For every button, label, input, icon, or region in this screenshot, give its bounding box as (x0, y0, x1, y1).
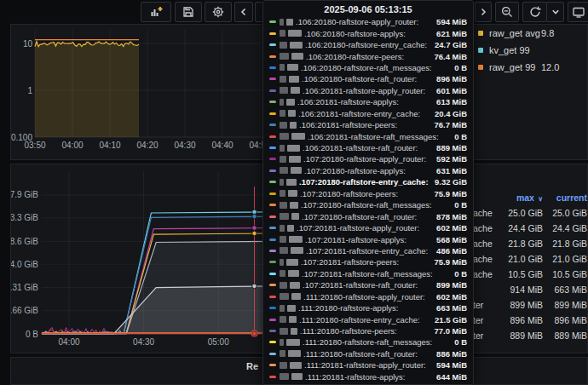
current-value: 899 MiB (545, 300, 587, 310)
series-label: .107:20181-raftstore-peers: (301, 257, 399, 267)
series-color-marker (269, 158, 276, 160)
redacted-ip-block (287, 64, 298, 71)
series-color-marker (269, 273, 276, 275)
series-color-marker (269, 341, 276, 343)
redacted-ip-block (286, 19, 293, 26)
redacted-ip-block (291, 53, 303, 60)
svg-text:23.3 GiB: 23.3 GiB (11, 213, 38, 222)
redacted-ip-block (291, 87, 300, 94)
series-color-marker (269, 78, 276, 80)
series-value: 20.4 GiB (429, 109, 467, 118)
series-label: .106:20180-raftstore-applys: (304, 29, 406, 38)
legend-item[interactable]: raw_get 9912.0 (478, 59, 587, 76)
redacted-ip-block (290, 42, 303, 49)
series-value: 899 MiB (431, 280, 467, 290)
series-value: 0 B (449, 269, 467, 279)
refresh-interval-button[interactable] (546, 2, 564, 22)
tooltip-row: .107:20180-raftstore-applys:631 MiB (263, 165, 473, 176)
redacted-ip-block (280, 190, 285, 197)
series-label: .106:20180-raftstore-entry_cache: (305, 40, 427, 49)
series-color-marker (269, 307, 276, 309)
series-label-fragment: ache (473, 269, 495, 279)
column-header-max[interactable]: max ∨ (495, 192, 543, 203)
legend-item[interactable]: raw_get avg9.8 (478, 25, 587, 42)
series-label-fragment: ache (473, 238, 495, 249)
zoom-out-button[interactable] (495, 2, 519, 22)
legend-table-row: ter896 MiB896 MiB (473, 313, 587, 328)
series-value: 896 MiB (431, 74, 467, 83)
legend-color-marker (478, 48, 483, 53)
redacted-ip-block (286, 259, 298, 266)
redacted-ip-block (280, 167, 288, 174)
max-value: 21.8 GiB (495, 238, 543, 249)
redacted-ip-block (287, 145, 300, 152)
series-label: .106:20180-raftstore-raft_messages: (301, 63, 432, 72)
tooltip-row: .107:20181-raftstore-entry_cache:486 MiB (263, 245, 473, 256)
redacted-ip-block (280, 259, 284, 266)
chart-tooltip: 2025-09-06 05:13:15 .106:20180-raftstore… (262, 0, 474, 385)
series-color-marker (269, 43, 276, 46)
series-value: 886 MiB (431, 349, 467, 359)
redacted-ip-block (286, 179, 297, 186)
max-value: 24.4 GiB (495, 223, 543, 233)
legend-table-row: 914 MiB663 MiB (473, 282, 587, 297)
series-color-marker (269, 135, 276, 138)
series-label-fragment: ache (473, 223, 495, 233)
redacted-ip-block (286, 99, 295, 106)
tooltip-row: .106:20181-raftstore-peers:76.7 MiB (263, 119, 473, 130)
refresh-button[interactable] (522, 2, 547, 22)
series-label: .111:20180-raftstore-entry_cache: (299, 315, 420, 325)
redacted-ip-block (280, 76, 286, 83)
series-label: .106:20181-raftstore-applys: (297, 97, 399, 106)
tooltip-series-list: .106:20180-raftstore-apply_router:594 Mi… (263, 16, 473, 382)
tooltip-row: .106:20180-raftstore-applys:621 MiB (263, 27, 473, 38)
redacted-ip-block (287, 305, 296, 312)
add-panel-button[interactable] (141, 2, 171, 22)
svg-text:0 B: 0 B (26, 330, 38, 339)
save-button[interactable] (175, 2, 202, 22)
series-value: 0 B (449, 63, 467, 72)
series-color-marker (269, 170, 276, 172)
redacted-ip-block (289, 156, 301, 163)
series-label: .107:20180-raftstore-entry_cache: (299, 177, 429, 187)
series-label: .107:20181-raftstore-apply_router: (297, 223, 419, 233)
tooltip-row: .106:20181-raftstore-raft_router:889 MiB (263, 142, 473, 153)
chevron-down-icon (549, 5, 562, 19)
series-color-marker (269, 181, 276, 183)
time-back-button[interactable] (234, 2, 253, 22)
redacted-ip-block (280, 236, 286, 243)
settings-button[interactable] (205, 2, 232, 22)
redacted-ip-block (288, 270, 299, 277)
legend-table-row: ache24.4 GiB24.4 GiB (473, 221, 587, 236)
time-forward-button[interactable] (475, 2, 492, 22)
redacted-ip-block (280, 202, 287, 209)
series-label: .106:20180-raftstore-peers: (306, 52, 404, 61)
tooltip-row: .106:20181-raftstore-raft_messages:0 B (263, 130, 473, 141)
redacted-ip-block (291, 373, 303, 380)
series-label: .106:20180-raftstore-apply_router: (296, 17, 418, 26)
redacted-ip-block (291, 167, 302, 174)
tooltip-row: .106:20181-raftstore-entry_cache:20.4 Gi… (263, 108, 473, 119)
redacted-ip-block (280, 328, 288, 335)
tooltip-row: .106:20180-raftstore-peers:76.4 MiB (263, 50, 473, 61)
series-label-fragment: ter (473, 300, 495, 310)
svg-text:4.66 GiB: 4.66 GiB (11, 306, 38, 315)
series-value: 592 MiB (431, 154, 467, 164)
series-value: 889 MiB (431, 143, 467, 152)
redacted-ip-block (289, 316, 297, 323)
tooltip-row: .107:20180-raftstore-raft_router:878 MiB (263, 210, 473, 221)
series-value: 602 MiB (431, 292, 467, 302)
legend-table-header: max ∨current (473, 190, 587, 205)
svg-text:04:00: 04:00 (61, 141, 83, 150)
series-label: .111:20181-raftstore-applys: (305, 372, 405, 382)
tooltip-row: .107:20180-raftstore-apply_router:592 Mi… (263, 153, 473, 164)
redacted-ip-block (286, 339, 300, 346)
series-label: .107:20181-raftstore-raft_router: (303, 280, 418, 290)
column-header-current[interactable]: current (545, 192, 587, 203)
redacted-ip-block (280, 87, 288, 94)
series-label: .106:20181-raftstore-raft_messages: (308, 132, 439, 141)
series-color-marker (269, 238, 276, 241)
legend-item[interactable]: kv_get 99 (478, 42, 587, 59)
kiosk-mode-button[interactable] (568, 2, 588, 22)
legend-label: kv_get 99 (489, 45, 530, 55)
